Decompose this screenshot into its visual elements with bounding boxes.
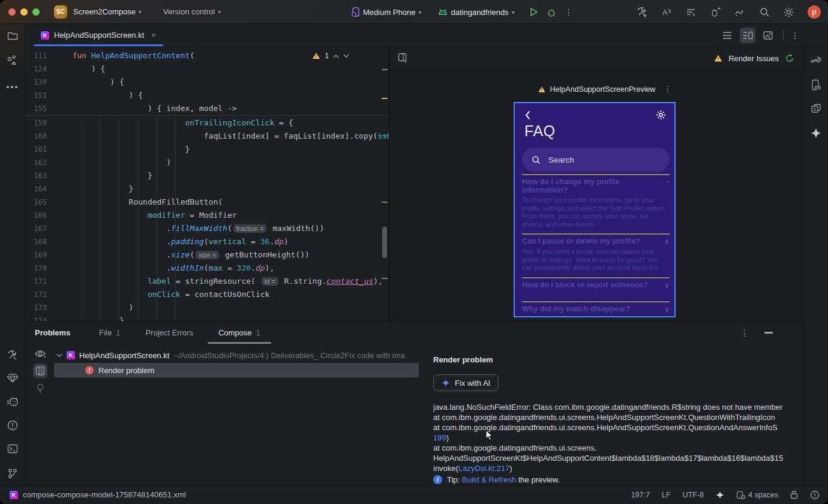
editor-options-button[interactable]: ⋮	[791, 31, 799, 40]
gemini-ai-button[interactable]	[803, 127, 828, 139]
version-control-menu[interactable]: Version control▾	[163, 7, 221, 16]
project-name: Screen2Compose	[73, 7, 136, 16]
quick-fix-bulb-icon[interactable]	[37, 383, 44, 394]
project-icon[interactable]: SC	[54, 5, 67, 19]
code-line[interactable]: 159 onTrailingIconClick = {	[25, 116, 389, 130]
faq-item: How do I change my profile information?−…	[522, 175, 670, 233]
build-icon[interactable]	[636, 7, 647, 18]
editor-tab[interactable]: K HelpAndSupportScreen.kt ×	[34, 24, 163, 46]
problems-tool-button[interactable]	[0, 420, 25, 431]
caret-position[interactable]: 197:7	[631, 491, 650, 499]
gem-tool-button[interactable]	[0, 373, 25, 383]
close-window-button[interactable]	[8, 8, 16, 16]
line-ending[interactable]: LF	[662, 491, 671, 499]
user-avatar[interactable]: p	[808, 5, 821, 19]
code-line[interactable]: 165 RoundedFilledButton(	[25, 196, 389, 209]
stack-trace-line: at com.ibm.google.datingandfriends.ui.sc…	[433, 412, 802, 422]
maximize-window-button[interactable]	[32, 8, 40, 16]
ai-status-icon[interactable]	[716, 491, 724, 499]
view-options-eye-icon[interactable]	[34, 349, 46, 358]
status-file[interactable]: K compose-compose-model-1758748140651.xm…	[10, 490, 186, 499]
preview-title-row[interactable]: HelpAndSupportScreenPreview	[390, 85, 803, 94]
code-line[interactable]: 130 ) {	[25, 76, 389, 89]
gradle-button[interactable]	[803, 56, 828, 65]
next-issue-button[interactable]	[343, 54, 349, 58]
build-tool-button[interactable]	[0, 350, 25, 361]
code-line[interactable]: 166 modifier = Modifier	[25, 209, 389, 222]
git-tool-button[interactable]	[0, 468, 25, 479]
render-issues-label[interactable]: Render Issues	[728, 54, 779, 63]
code-line[interactable]: 162 )	[25, 156, 389, 169]
profiler-icon[interactable]	[710, 7, 721, 18]
file-encoding[interactable]: UTF-8	[683, 491, 704, 499]
stack-trace-link[interactable]: LazyDsl.kt:217	[458, 464, 509, 473]
project-selector[interactable]: Screen2Compose▾	[73, 7, 142, 16]
prev-issue-button[interactable]	[333, 54, 339, 58]
device-selector[interactable]: Medium Phone▾	[352, 7, 421, 17]
panel-options-button[interactable]: ⋮	[740, 328, 749, 338]
code-line[interactable]: 124 ) {	[25, 62, 389, 76]
code-line[interactable]: 160 faqList[index] = faqList[index].copy…	[25, 130, 389, 143]
close-tab-icon[interactable]: ×	[151, 31, 156, 40]
search-icon[interactable]	[759, 7, 770, 17]
todo-list-icon[interactable]: 5	[685, 7, 697, 18]
scrollbar-thumb[interactable]	[382, 227, 387, 258]
more-run-options-button[interactable]: ⋮	[565, 7, 573, 17]
design-view-button[interactable]	[760, 28, 776, 43]
build-refresh-link[interactable]: Build & Refresh	[462, 475, 516, 484]
problems-tab-project-errors[interactable]: Project Errors	[145, 322, 193, 344]
preview-toggle-button[interactable]	[33, 364, 47, 378]
run-config-selector[interactable]: datingandfriends▾	[438, 8, 514, 17]
project-tool-button[interactable]	[0, 31, 25, 41]
logcat-tool-button[interactable]	[0, 397, 25, 407]
split-view-button[interactable]	[740, 28, 755, 43]
warning-count: 1	[325, 52, 329, 60]
code-line[interactable]: 155 ) { index, model ->	[25, 102, 389, 115]
problems-tab-compose[interactable]: Compose1	[218, 322, 260, 344]
stack-trace-link[interactable]: 199	[433, 433, 446, 442]
problems-tree-file-row[interactable]: K HelpAndSupportScreen.kt ~/AndroidStudi…	[56, 348, 426, 362]
more-tool-windows-button[interactable]: •••	[0, 82, 25, 92]
minimize-panel-button[interactable]	[764, 332, 773, 334]
code-line[interactable]: 163 }	[25, 169, 389, 182]
code-line[interactable]: 173 )	[25, 301, 389, 314]
preview-title: HelpAndSupportScreenPreview	[550, 85, 656, 94]
code-line[interactable]: 167 .fillMaxWidth(fraction = maxWidth())	[25, 222, 389, 235]
structure-tool-button[interactable]	[0, 55, 25, 65]
fix-with-ai-button[interactable]: Fix with AI	[433, 374, 499, 391]
error-indicator-icon[interactable]	[810, 490, 820, 500]
preview-layout-icon[interactable]	[398, 53, 408, 63]
lock-icon[interactable]	[790, 490, 798, 499]
refresh-icon[interactable]	[785, 53, 794, 63]
code-line[interactable]: 151 ) {	[25, 89, 389, 102]
insights-icon[interactable]	[734, 7, 746, 18]
code-line[interactable]: 171 label = stringResource( id = R.strin…	[25, 275, 389, 288]
debug-button[interactable]	[547, 7, 556, 17]
build-variants-button[interactable]	[803, 103, 828, 114]
code-view-button[interactable]	[719, 28, 735, 43]
code-editor[interactable]: 111 fun HelpAndSupportContent(124 ) {130…	[25, 47, 389, 321]
code-line[interactable]: 172 onClick = contactUsOnClick	[25, 288, 389, 301]
minimize-window-button[interactable]	[20, 8, 28, 16]
inspections-widget[interactable]: 1	[312, 52, 349, 60]
problems-selected-row[interactable]: ! Render problem	[54, 363, 419, 377]
run-button[interactable]	[529, 7, 538, 17]
error-icon: !	[85, 366, 94, 374]
line-number: 169	[25, 248, 47, 262]
phone-preview-frame[interactable]: FAQ Search How do I change my profile in…	[514, 102, 676, 317]
indent-setting[interactable]: 4 spaces	[736, 491, 778, 499]
code-line[interactable]: 161 }	[25, 143, 389, 156]
preview-options-button[interactable]: ⋮	[664, 84, 672, 94]
code-line[interactable]: 174 }	[25, 314, 389, 321]
code-line[interactable]: 164 }	[25, 182, 389, 196]
code-line[interactable]: 170 .widthIn(max = 320.dp),	[25, 262, 389, 275]
terminal-tool-button[interactable]	[0, 444, 25, 454]
problems-tab-file[interactable]: File1	[99, 322, 120, 344]
settings-gear-icon[interactable]	[783, 7, 794, 18]
running-devices-button[interactable]	[803, 79, 828, 91]
stack-trace-line: java.lang.NoSuchFieldError: Class com.ib…	[433, 402, 802, 412]
chevron-down-icon[interactable]	[56, 353, 62, 358]
code-line[interactable]: 168 .padding(vertical = 36.dp)	[25, 235, 389, 248]
ai-actions-icon[interactable]: A	[661, 7, 672, 18]
code-line[interactable]: 169 .size(size = getButtonHeight())	[25, 248, 389, 262]
